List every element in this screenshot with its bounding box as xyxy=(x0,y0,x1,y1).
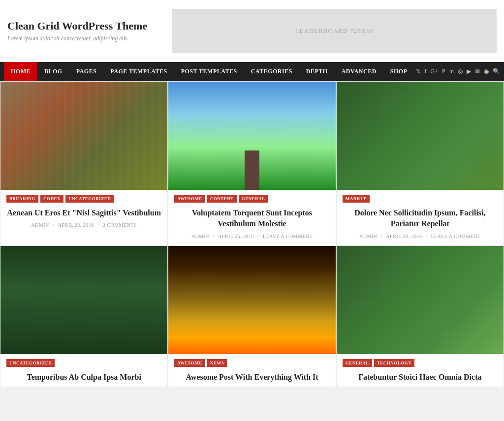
post-date-2: APRIL 26, 2016 xyxy=(218,234,254,239)
tag-codex[interactable]: CODEX xyxy=(40,195,63,203)
site-header: Clean Grid WordPress Theme Lorem ipsum d… xyxy=(0,0,504,62)
post-title-3[interactable]: Dolore Nec Sollicitudin Ipsum, Facilisi,… xyxy=(337,206,504,234)
post-meta-3: ADMIN • APRIL 20, 2016 • LEAVE A COMMENT xyxy=(337,234,504,245)
nav-item-home[interactable]: HOME xyxy=(4,62,37,81)
post-image-5 xyxy=(168,246,335,354)
tag-uncategorized-4[interactable]: UNCATEGORIZED xyxy=(6,359,55,367)
tag-general-6[interactable]: GENERAL xyxy=(343,359,372,367)
post-image-6 xyxy=(337,246,504,354)
post-card-6: GENERAL TECHNOLOGY Fatebuntur Stoici Hae… xyxy=(337,246,504,387)
post-title-5[interactable]: Awesome Post With Everything With It xyxy=(168,370,335,387)
search-icon[interactable]: 🔍 xyxy=(493,68,500,75)
nav-item-depth[interactable]: DEPTH xyxy=(299,62,335,81)
nav-item-advanced[interactable]: ADVANCED xyxy=(335,62,383,81)
post-author-3: ADMIN xyxy=(359,234,377,239)
post-title-1[interactable]: Aenean Ut Eros Et "Nisl Sagittis" Vestib… xyxy=(0,206,167,222)
site-title: Clean Grid WordPress Theme xyxy=(7,20,162,32)
linkedin-icon[interactable]: in xyxy=(449,68,454,75)
post-date-1: APRIL 28, 2016 xyxy=(58,222,94,228)
nav-item-pages[interactable]: PAGES xyxy=(69,62,104,81)
facebook-icon[interactable]: f xyxy=(425,68,427,75)
nav-menu: HOME BLOG PAGES PAGE TEMPLATES POST TEMP… xyxy=(4,62,414,81)
instagram-icon[interactable]: ◎ xyxy=(458,68,463,75)
nav-social: 𝕏 f G+ P in ◎ ▶ ✉ ◉ 🔍 xyxy=(416,68,500,75)
pinterest-icon[interactable]: P xyxy=(442,68,445,75)
nav-item-shop[interactable]: SHOP xyxy=(383,62,414,81)
post-image-1 xyxy=(0,82,167,190)
post-tags-5: AWESOME NEWS xyxy=(168,354,335,370)
post-comments-2[interactable]: LEAVE A COMMENT xyxy=(263,234,313,239)
google-plus-icon[interactable]: G+ xyxy=(431,68,438,75)
post-title-4[interactable]: Temporibus Ab Culpa Ipsa Morbi xyxy=(0,370,167,387)
post-title-6[interactable]: Fatebuntur Stoici Haec Omnia Dicta xyxy=(337,370,504,387)
nav-item-blog[interactable]: BLOG xyxy=(37,62,69,81)
tag-awesome-5[interactable]: AWESOME xyxy=(174,359,205,367)
tag-breaking[interactable]: BREAKING xyxy=(6,195,38,203)
tag-general-2[interactable]: GENERAL xyxy=(239,195,268,203)
post-title-2[interactable]: Voluptatem Torquent Sunt Inceptos Vestib… xyxy=(168,206,335,234)
post-meta-1: ADMIN • APRIL 28, 2016 • 2 COMMENTS xyxy=(0,222,167,234)
site-description: Lorem ipsum dolor sit consectetuer, adip… xyxy=(7,35,162,42)
post-comments-1[interactable]: 2 COMMENTS xyxy=(103,222,137,228)
post-image-4 xyxy=(0,246,167,354)
post-tags-6: GENERAL TECHNOLOGY xyxy=(337,354,504,370)
email-icon[interactable]: ✉ xyxy=(475,68,480,75)
nav-item-page-templates[interactable]: PAGE TEMPLATES xyxy=(103,62,174,81)
post-meta-2: ADMIN • APRIL 26, 2016 • LEAVE A COMMENT xyxy=(168,234,335,245)
post-card-1: BREAKING CODEX UNCATEGORIZED Aenean Ut E… xyxy=(0,82,167,245)
post-card-2: AWESOME CONTENT GENERAL Voluptatem Torqu… xyxy=(168,82,335,245)
tag-markup-3[interactable]: MARKUP xyxy=(343,195,370,203)
youtube-icon[interactable]: ▶ xyxy=(467,68,471,75)
post-card-5: AWESOME NEWS Awesome Post With Everythin… xyxy=(168,246,335,387)
post-tags-1: BREAKING CODEX UNCATEGORIZED xyxy=(0,190,167,206)
post-image-2 xyxy=(168,82,335,190)
post-date-3: APRIL 20, 2016 xyxy=(386,234,422,239)
post-tags-4: UNCATEGORIZED xyxy=(0,354,167,370)
post-tags-2: AWESOME CONTENT GENERAL xyxy=(168,190,335,206)
post-comments-3[interactable]: LEAVE A COMMENT xyxy=(431,234,480,239)
tag-content-2[interactable]: CONTENT xyxy=(207,195,237,203)
nav-item-categories[interactable]: CATEGORIES xyxy=(244,62,299,81)
rss-icon[interactable]: ◉ xyxy=(484,68,489,75)
tag-technology-6[interactable]: TECHNOLOGY xyxy=(374,359,415,367)
nav-item-post-templates[interactable]: POST TEMPLATES xyxy=(174,62,244,81)
tag-uncategorized[interactable]: UNCATEGORIZED xyxy=(65,195,114,203)
post-image-3 xyxy=(337,82,504,190)
leaderboard-ad: LEADERBOARD 728X90 xyxy=(172,9,497,53)
post-card-4: UNCATEGORIZED Temporibus Ab Culpa Ipsa M… xyxy=(0,246,167,387)
site-branding: Clean Grid WordPress Theme Lorem ipsum d… xyxy=(5,20,162,42)
twitter-icon[interactable]: 𝕏 xyxy=(416,68,421,75)
tag-news-5[interactable]: NEWS xyxy=(207,359,227,367)
post-tags-3: MARKUP xyxy=(337,190,504,206)
main-nav: HOME BLOG PAGES PAGE TEMPLATES POST TEMP… xyxy=(0,62,504,81)
post-author-2: ADMIN xyxy=(191,234,209,239)
tag-awesome-2[interactable]: AWESOME xyxy=(174,195,205,203)
post-author-1: ADMIN xyxy=(31,222,49,228)
posts-grid: BREAKING CODEX UNCATEGORIZED Aenean Ut E… xyxy=(0,81,504,387)
post-card-3: MARKUP Dolore Nec Sollicitudin Ipsum, Fa… xyxy=(337,82,504,245)
